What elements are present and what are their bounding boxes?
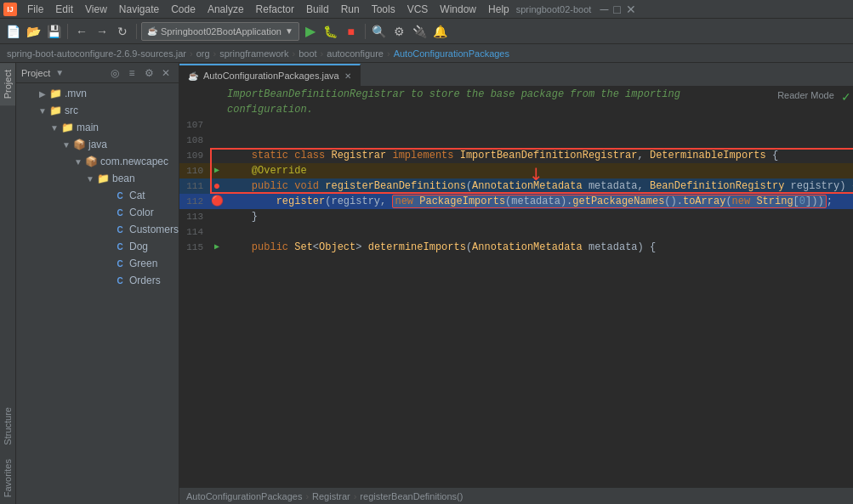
tree-item-java[interactable]: ▼ 📦 java (16, 136, 179, 153)
tree-label-customers: Customers (129, 224, 179, 235)
settings-btn[interactable]: ⚙ (141, 65, 156, 81)
project-tree: ▶ 📁 .mvn ▼ 📁 src ▼ 📁 main ▼ (16, 83, 179, 504)
editor-area: ☕ AutoConfigurationPackages.java ✕ Reade… (179, 63, 853, 504)
tree-arrow-bean: ▼ (84, 174, 96, 184)
back-btn[interactable]: ← (72, 22, 91, 41)
class-icon-cat: C (113, 191, 127, 201)
tree-label-dog: Dog (129, 241, 148, 252)
close-sidebar-btn[interactable]: ✕ (158, 65, 173, 81)
breadcrumb-boot[interactable]: boot (299, 48, 316, 59)
search-everywhere-btn[interactable]: 🔍 (370, 22, 389, 41)
breadcrumb-autoconfigure[interactable]: autoconfigure (327, 48, 384, 59)
tree-item-src[interactable]: ▼ 📁 src (16, 102, 179, 119)
tree-item-cat[interactable]: C Cat (16, 187, 179, 204)
tree-item-orders[interactable]: C Orders (16, 272, 179, 289)
main-toolbar: 📄 📂 💾 ← → ↻ ☕ Springboot02BootApplicatio… (0, 19, 853, 44)
left-strip: Project Structure Favorites (0, 63, 16, 504)
folder-icon-bean: 📁 (96, 173, 110, 184)
editor-bc-inner: Registrar (312, 491, 350, 501)
class-icon-customers: C (113, 225, 127, 235)
menu-help[interactable]: Help (483, 2, 515, 17)
menu-window[interactable]: Window (435, 2, 481, 17)
menu-run[interactable]: Run (336, 2, 365, 17)
forward-btn[interactable]: → (93, 22, 111, 41)
code-line-109: 109 static class Registrar implements Im… (179, 148, 853, 163)
tree-item-bean[interactable]: ▼ 📁 bean (16, 170, 179, 187)
sep3 (365, 24, 366, 39)
plugins-btn[interactable]: 🔌 (411, 22, 429, 41)
tree-item-color[interactable]: C Color (16, 204, 179, 221)
refresh-btn[interactable]: ↻ (113, 22, 132, 41)
code-line-113: 113 } (179, 209, 853, 224)
tree-label-green: Green (129, 258, 157, 269)
tab-filename: AutoConfigurationPackages.java (203, 71, 339, 81)
menu-analyze[interactable]: Analyze (202, 2, 249, 17)
tree-item-main[interactable]: ▼ 📁 main (16, 119, 179, 136)
notifications-btn[interactable]: 🔔 (431, 22, 450, 41)
tree-label-cat: Cat (129, 190, 145, 201)
tree-label-java: java (88, 139, 107, 150)
favorites-panel-label[interactable]: Favorites (0, 452, 15, 504)
debug-run-btn[interactable]: 🐛 (321, 22, 340, 41)
locate-btn[interactable]: ◎ (107, 65, 122, 81)
close-btn[interactable]: ✕ (626, 3, 636, 16)
menu-build[interactable]: Build (301, 2, 334, 17)
tree-item-package[interactable]: ▼ 📦 com.newcapec (16, 153, 179, 170)
editor-tabs: ☕ AutoConfigurationPackages.java ✕ (179, 63, 853, 87)
menu-tools[interactable]: Tools (367, 2, 401, 17)
code-line-111: 111 ● public void registerBeanDefinition… (179, 178, 853, 194)
tree-label-mvn: .mvn (65, 88, 87, 99)
structure-panel-label[interactable]: Structure (0, 400, 15, 452)
breadcrumb-jar[interactable]: spring-boot-autoconfigure-2.6.9-sources.… (7, 48, 186, 59)
tree-label-src: src (65, 105, 78, 116)
new-file-btn[interactable]: 📄 (3, 22, 22, 41)
project-label: Project (21, 68, 50, 78)
code-line-108: 108 (179, 133, 853, 148)
project-dropdown-arrow[interactable]: ▼ (55, 68, 64, 77)
code-line-107: 107 (179, 117, 853, 133)
tree-item-customers[interactable]: C Customers (16, 221, 179, 238)
tree-label-bean: bean (112, 173, 135, 184)
tree-item-mvn[interactable]: ▶ 📁 .mvn (16, 85, 179, 102)
menu-code[interactable]: Code (166, 2, 201, 17)
settings-btn[interactable]: ⚙ (390, 22, 409, 41)
class-icon-color: C (113, 208, 127, 218)
folder-icon-src: 📁 (48, 105, 62, 116)
sep1 (67, 24, 68, 39)
menu-view[interactable]: View (80, 2, 112, 17)
main-area: Project Structure Favorites Project ▼ ◎ … (0, 63, 853, 504)
menu-edit[interactable]: Edit (50, 2, 78, 17)
sep2 (136, 24, 137, 39)
open-btn[interactable]: 📂 (24, 22, 43, 41)
menu-vcs[interactable]: VCS (402, 2, 434, 17)
tree-label-main: main (77, 122, 99, 133)
editor-tab-main[interactable]: ☕ AutoConfigurationPackages.java ✕ (179, 64, 361, 86)
tree-label-orders: Orders (129, 275, 161, 286)
tree-arrow-main: ▼ (48, 123, 60, 133)
collapse-all-btn[interactable]: ≡ (124, 65, 139, 81)
editor-bc-class: AutoConfigurationPackages (186, 491, 302, 501)
breadcrumb: spring-boot-autoconfigure-2.6.9-sources.… (0, 44, 853, 63)
tree-arrow-package: ▼ (72, 157, 84, 167)
breadcrumb-springframework[interactable]: springframework (219, 48, 288, 59)
menu-file[interactable]: File (22, 2, 48, 17)
minimize-btn[interactable]: ─ (600, 3, 608, 16)
tree-label-package: com.newcapec (100, 156, 168, 167)
class-icon-green: C (113, 259, 127, 269)
maximize-btn[interactable]: □ (613, 3, 620, 16)
code-editor[interactable]: Reader Mode ✓ ImportBeanDefinitionRegist… (179, 87, 853, 487)
project-panel-label[interactable]: Project (0, 63, 15, 105)
tree-item-green[interactable]: C Green (16, 255, 179, 272)
menu-refactor[interactable]: Refactor (251, 2, 299, 17)
run-config-dropdown[interactable]: ☕ Springboot02BootApplication ▼ (141, 22, 299, 41)
code-line-comment2: configuration. (179, 102, 853, 117)
run-btn[interactable]: ▶ (301, 22, 320, 41)
breadcrumb-org[interactable]: org (196, 48, 210, 59)
tree-item-dog[interactable]: C Dog (16, 238, 179, 255)
reader-mode-btn[interactable]: Reader Mode (777, 90, 834, 100)
tab-close-btn[interactable]: ✕ (344, 71, 351, 81)
breadcrumb-class[interactable]: AutoConfigurationPackages (394, 48, 509, 59)
menu-navigate[interactable]: Navigate (114, 2, 164, 17)
save-btn[interactable]: 💾 (44, 22, 63, 41)
stop-btn[interactable]: ■ (342, 22, 361, 41)
